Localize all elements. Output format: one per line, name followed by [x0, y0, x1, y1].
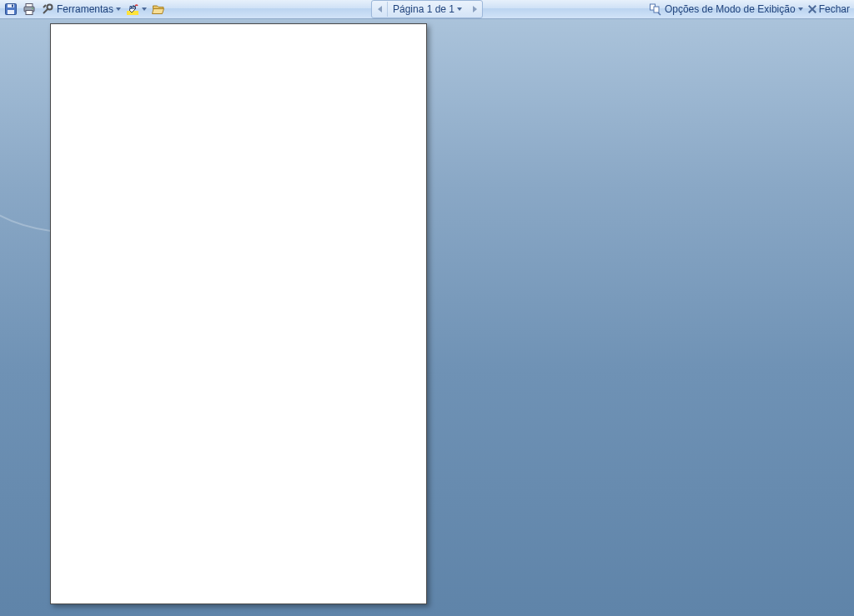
folder-open-icon: [152, 3, 165, 16]
print-preview-app: Ferramentas ab: [0, 0, 854, 616]
svg-text:ab: ab: [129, 4, 136, 10]
save-button[interactable]: [2, 1, 20, 18]
dropdown-caret-icon: [457, 8, 462, 11]
svg-rect-2: [8, 10, 14, 14]
svg-rect-3: [12, 5, 13, 8]
view-options-label: Opções de Modo de Exibição: [665, 3, 796, 15]
toolbar: Ferramentas ab: [0, 0, 854, 19]
open-folder-button[interactable]: [149, 1, 168, 18]
svg-rect-6: [26, 11, 33, 15]
close-icon: [808, 5, 816, 13]
close-label: Fechar: [819, 3, 850, 15]
arrow-right-icon: [473, 6, 477, 13]
page-indicator-button[interactable]: Página 1 de 1: [387, 2, 467, 17]
dropdown-caret-icon: [116, 8, 121, 11]
arrow-left-icon: [377, 6, 381, 13]
svg-point-7: [32, 8, 33, 9]
next-page-button[interactable]: [467, 2, 482, 17]
highlight-icon: ab: [126, 3, 139, 16]
tools-menu-button[interactable]: Ferramentas: [38, 1, 123, 18]
page-indicator-label: Página 1 de 1: [393, 3, 455, 15]
view-options-icon: [649, 3, 662, 16]
print-button[interactable]: [20, 1, 38, 18]
toolbar-left-group: Ferramentas ab: [0, 0, 168, 18]
svg-rect-12: [654, 7, 659, 13]
dropdown-caret-icon: [798, 8, 803, 11]
close-button[interactable]: Fechar: [806, 1, 852, 18]
tools-label: Ferramentas: [57, 3, 113, 15]
toolbar-center-group: Página 1 de 1: [371, 0, 483, 18]
view-options-button[interactable]: Opções de Modo de Exibição: [646, 1, 806, 18]
tools-icon: [41, 3, 54, 16]
page-preview: [50, 23, 427, 604]
print-icon: [23, 3, 36, 16]
toolbar-right-group: Opções de Modo de Exibição Fechar: [646, 0, 854, 18]
svg-point-8: [48, 5, 53, 10]
prev-page-button[interactable]: [372, 2, 387, 17]
page-navigator: Página 1 de 1: [371, 0, 483, 18]
highlight-split-button[interactable]: ab: [123, 1, 149, 18]
save-icon: [4, 3, 18, 16]
dropdown-caret-icon: [142, 8, 147, 11]
